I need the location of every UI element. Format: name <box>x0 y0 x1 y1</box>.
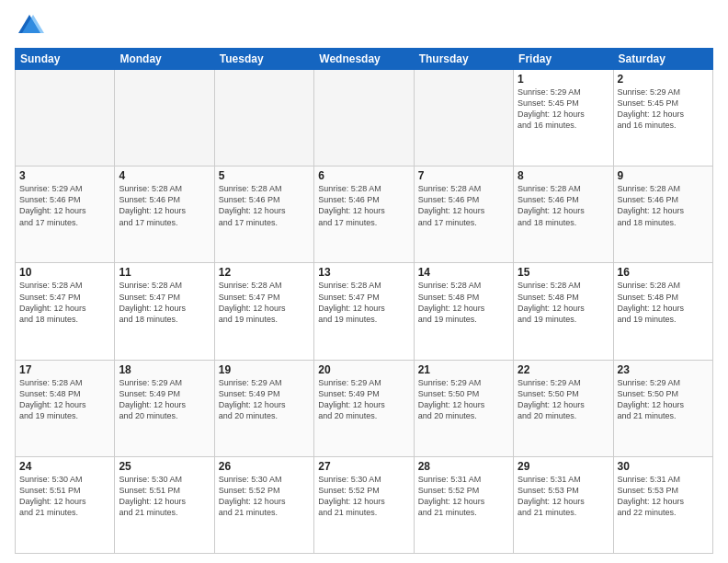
calendar-cell: 28Sunrise: 5:31 AM Sunset: 5:52 PM Dayli… <box>414 456 513 553</box>
calendar-cell: 21Sunrise: 5:29 AM Sunset: 5:50 PM Dayli… <box>414 360 513 456</box>
day-number: 28 <box>418 460 509 473</box>
weekday-sunday: Sunday <box>16 49 115 70</box>
logo-icon <box>15 11 44 40</box>
day-number: 13 <box>318 266 409 279</box>
calendar-cell: 3Sunrise: 5:29 AM Sunset: 5:46 PM Daylig… <box>16 167 115 263</box>
day-number: 25 <box>119 460 210 473</box>
week-row-2: 3Sunrise: 5:29 AM Sunset: 5:46 PM Daylig… <box>16 167 713 263</box>
day-info: Sunrise: 5:28 AM Sunset: 5:47 PM Dayligh… <box>119 280 210 325</box>
calendar-cell <box>16 70 115 167</box>
day-info: Sunrise: 5:28 AM Sunset: 5:48 PM Dayligh… <box>418 280 509 325</box>
calendar-cell: 10Sunrise: 5:28 AM Sunset: 5:47 PM Dayli… <box>16 263 115 360</box>
day-number: 21 <box>418 363 509 376</box>
day-number: 18 <box>119 363 210 376</box>
day-info: Sunrise: 5:29 AM Sunset: 5:49 PM Dayligh… <box>119 377 210 422</box>
day-info: Sunrise: 5:29 AM Sunset: 5:49 PM Dayligh… <box>219 377 310 422</box>
day-info: Sunrise: 5:28 AM Sunset: 5:46 PM Dayligh… <box>119 183 210 228</box>
day-info: Sunrise: 5:31 AM Sunset: 5:52 PM Dayligh… <box>418 474 509 519</box>
header <box>15 11 713 40</box>
day-info: Sunrise: 5:28 AM Sunset: 5:48 PM Dayligh… <box>19 377 110 422</box>
calendar-cell: 25Sunrise: 5:30 AM Sunset: 5:51 PM Dayli… <box>115 456 214 553</box>
day-number: 30 <box>618 460 709 473</box>
day-number: 19 <box>219 363 310 376</box>
calendar-cell: 7Sunrise: 5:28 AM Sunset: 5:46 PM Daylig… <box>414 167 513 263</box>
day-number: 17 <box>19 363 110 376</box>
calendar-cell: 16Sunrise: 5:28 AM Sunset: 5:48 PM Dayli… <box>613 263 712 360</box>
calendar-cell: 19Sunrise: 5:29 AM Sunset: 5:49 PM Dayli… <box>214 360 313 456</box>
day-info: Sunrise: 5:28 AM Sunset: 5:46 PM Dayligh… <box>219 183 310 228</box>
calendar-cell: 17Sunrise: 5:28 AM Sunset: 5:48 PM Dayli… <box>16 360 115 456</box>
day-number: 24 <box>19 460 110 473</box>
day-number: 8 <box>518 169 609 182</box>
day-number: 12 <box>219 266 310 279</box>
day-number: 5 <box>219 169 310 182</box>
calendar-cell <box>214 70 313 167</box>
calendar-cell: 20Sunrise: 5:29 AM Sunset: 5:49 PM Dayli… <box>314 360 414 456</box>
calendar-body: 1Sunrise: 5:29 AM Sunset: 5:45 PM Daylig… <box>16 70 713 554</box>
day-info: Sunrise: 5:28 AM Sunset: 5:46 PM Dayligh… <box>318 183 409 228</box>
weekday-saturday: Saturday <box>613 49 712 70</box>
day-number: 15 <box>518 266 609 279</box>
calendar-cell: 11Sunrise: 5:28 AM Sunset: 5:47 PM Dayli… <box>115 263 214 360</box>
calendar-cell <box>314 70 414 167</box>
day-info: Sunrise: 5:28 AM Sunset: 5:47 PM Dayligh… <box>219 280 310 325</box>
day-info: Sunrise: 5:30 AM Sunset: 5:52 PM Dayligh… <box>219 474 310 519</box>
calendar-cell: 18Sunrise: 5:29 AM Sunset: 5:49 PM Dayli… <box>115 360 214 456</box>
calendar-cell: 12Sunrise: 5:28 AM Sunset: 5:47 PM Dayli… <box>214 263 313 360</box>
day-number: 20 <box>318 363 409 376</box>
day-number: 2 <box>618 73 709 86</box>
calendar-cell: 2Sunrise: 5:29 AM Sunset: 5:45 PM Daylig… <box>613 70 712 167</box>
day-number: 10 <box>19 266 110 279</box>
day-number: 7 <box>418 169 509 182</box>
weekday-tuesday: Tuesday <box>214 49 313 70</box>
day-info: Sunrise: 5:28 AM Sunset: 5:46 PM Dayligh… <box>418 183 509 228</box>
day-info: Sunrise: 5:28 AM Sunset: 5:47 PM Dayligh… <box>19 280 110 325</box>
weekday-header-row: SundayMondayTuesdayWednesdayThursdayFrid… <box>16 49 713 70</box>
calendar-cell: 9Sunrise: 5:28 AM Sunset: 5:46 PM Daylig… <box>613 167 712 263</box>
week-row-5: 24Sunrise: 5:30 AM Sunset: 5:51 PM Dayli… <box>16 456 713 553</box>
day-info: Sunrise: 5:29 AM Sunset: 5:46 PM Dayligh… <box>19 183 110 228</box>
day-info: Sunrise: 5:29 AM Sunset: 5:50 PM Dayligh… <box>618 377 709 422</box>
day-info: Sunrise: 5:29 AM Sunset: 5:50 PM Dayligh… <box>418 377 509 422</box>
calendar-cell: 24Sunrise: 5:30 AM Sunset: 5:51 PM Dayli… <box>16 456 115 553</box>
day-info: Sunrise: 5:30 AM Sunset: 5:51 PM Dayligh… <box>119 474 210 519</box>
calendar-cell: 23Sunrise: 5:29 AM Sunset: 5:50 PM Dayli… <box>613 360 712 456</box>
calendar-cell <box>115 70 214 167</box>
day-info: Sunrise: 5:28 AM Sunset: 5:48 PM Dayligh… <box>518 280 609 325</box>
calendar-cell: 4Sunrise: 5:28 AM Sunset: 5:46 PM Daylig… <box>115 167 214 263</box>
weekday-monday: Monday <box>115 49 214 70</box>
week-row-4: 17Sunrise: 5:28 AM Sunset: 5:48 PM Dayli… <box>16 360 713 456</box>
calendar-cell: 15Sunrise: 5:28 AM Sunset: 5:48 PM Dayli… <box>514 263 613 360</box>
calendar-cell: 8Sunrise: 5:28 AM Sunset: 5:46 PM Daylig… <box>514 167 613 263</box>
day-number: 6 <box>318 169 409 182</box>
day-info: Sunrise: 5:28 AM Sunset: 5:47 PM Dayligh… <box>318 280 409 325</box>
day-number: 16 <box>618 266 709 279</box>
week-row-3: 10Sunrise: 5:28 AM Sunset: 5:47 PM Dayli… <box>16 263 713 360</box>
day-number: 23 <box>618 363 709 376</box>
day-info: Sunrise: 5:29 AM Sunset: 5:49 PM Dayligh… <box>318 377 409 422</box>
day-info: Sunrise: 5:29 AM Sunset: 5:45 PM Dayligh… <box>518 86 609 132</box>
calendar-cell: 5Sunrise: 5:28 AM Sunset: 5:46 PM Daylig… <box>214 167 313 263</box>
day-info: Sunrise: 5:28 AM Sunset: 5:46 PM Dayligh… <box>518 183 609 228</box>
day-number: 1 <box>518 73 609 86</box>
calendar-cell: 6Sunrise: 5:28 AM Sunset: 5:46 PM Daylig… <box>314 167 414 263</box>
weekday-wednesday: Wednesday <box>314 49 414 70</box>
calendar-cell: 14Sunrise: 5:28 AM Sunset: 5:48 PM Dayli… <box>414 263 513 360</box>
day-number: 26 <box>219 460 310 473</box>
day-number: 9 <box>618 169 709 182</box>
page: SundayMondayTuesdayWednesdayThursdayFrid… <box>0 0 728 563</box>
day-info: Sunrise: 5:30 AM Sunset: 5:52 PM Dayligh… <box>318 474 409 519</box>
day-info: Sunrise: 5:31 AM Sunset: 5:53 PM Dayligh… <box>618 474 709 519</box>
calendar-table: SundayMondayTuesdayWednesdayThursdayFrid… <box>15 48 713 554</box>
calendar-cell: 29Sunrise: 5:31 AM Sunset: 5:53 PM Dayli… <box>514 456 613 553</box>
week-row-1: 1Sunrise: 5:29 AM Sunset: 5:45 PM Daylig… <box>16 70 713 167</box>
day-info: Sunrise: 5:29 AM Sunset: 5:45 PM Dayligh… <box>618 86 709 132</box>
day-number: 11 <box>119 266 210 279</box>
calendar-cell: 27Sunrise: 5:30 AM Sunset: 5:52 PM Dayli… <box>314 456 414 553</box>
day-number: 29 <box>518 460 609 473</box>
calendar-cell: 22Sunrise: 5:29 AM Sunset: 5:50 PM Dayli… <box>514 360 613 456</box>
day-info: Sunrise: 5:28 AM Sunset: 5:48 PM Dayligh… <box>618 280 709 325</box>
calendar-cell: 1Sunrise: 5:29 AM Sunset: 5:45 PM Daylig… <box>514 70 613 167</box>
day-number: 22 <box>518 363 609 376</box>
day-number: 3 <box>19 169 110 182</box>
